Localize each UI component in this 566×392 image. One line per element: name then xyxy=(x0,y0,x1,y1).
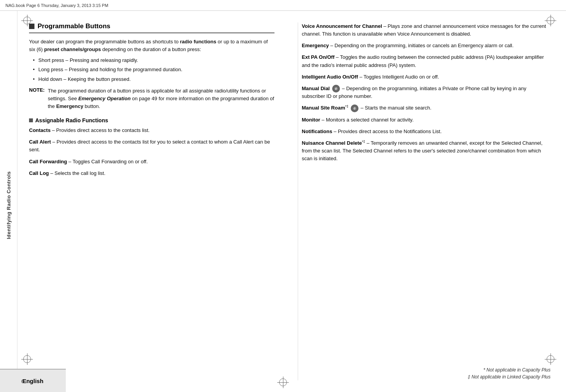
entry-ext-pa: Ext PA On/Off – Toggles the audio routin… xyxy=(302,53,551,69)
bullet-hold-down: Hold down – Keeping the button pressed. xyxy=(33,75,274,83)
top-bar: NAG.book Page 6 Thursday, January 3, 201… xyxy=(0,0,566,11)
sub-heading-assignable: Assignable Radio Functions xyxy=(29,117,274,123)
entry-manual-dial: Manual Dial ✆ – Depending on the program… xyxy=(302,85,551,101)
section-heading-text: Programmable Buttons xyxy=(38,22,110,30)
entry-monitor: Monitor – Monitors a selected channel fo… xyxy=(302,116,551,124)
entry-notifications: Notifications – Provides direct access t… xyxy=(302,128,551,135)
manual-site-roam-icon: ✆ xyxy=(351,104,358,112)
left-column: Programmable Buttons Your dealer can pro… xyxy=(29,22,282,380)
entry-voice-announcement: Voice Announcement for Channel – Plays z… xyxy=(302,22,551,38)
right-column: Voice Announcement for Channel – Plays z… xyxy=(298,22,551,380)
intro-paragraph: Your dealer can program the programmable… xyxy=(29,38,274,53)
sidebar: Identifying Radio Controls xyxy=(0,11,17,392)
entry-call-alert: Call Alert – Provides direct access to t… xyxy=(29,138,274,154)
entry-manual-site-roam: Manual Site Roam*‡ ✆ – Starts the manual… xyxy=(302,104,551,112)
sidebar-vertical-label: Identifying Radio Controls xyxy=(6,19,12,392)
entry-emergency: Emergency – Depending on the programming… xyxy=(302,42,551,50)
entry-call-forwarding: Call Forwarding – Toggles Call Forwardin… xyxy=(29,158,274,166)
heading-icon xyxy=(29,24,34,29)
entry-nuisance-channel-delete: Nuisance Channel Delete*‡ – Temporarily … xyxy=(302,139,551,163)
entry-contacts: Contacts – Provides direct access to the… xyxy=(29,127,274,134)
bullet-list: Short press – Pressing and releasing rap… xyxy=(33,56,274,83)
subheading-icon xyxy=(29,118,33,122)
section-heading: Programmable Buttons xyxy=(29,22,274,33)
note-block: NOTE: The programmed duration of a butto… xyxy=(29,87,274,110)
footer-line1: * Not applicable in Capacity Plus xyxy=(468,366,551,373)
bullet-short-press: Short press – Pressing and releasing rap… xyxy=(33,56,274,64)
bullet-long-press: Long press – Pressing and holding for th… xyxy=(33,66,274,74)
footer-note: * Not applicable in Capacity Plus ‡ Not … xyxy=(468,366,551,380)
manual-dial-icon: ✆ xyxy=(332,85,340,92)
entry-intelligent-audio: Intelligent Audio On/Off – Toggles Intel… xyxy=(302,73,551,81)
main-content: Programmable Buttons Your dealer can pro… xyxy=(17,11,566,392)
phone-icon: ✆ xyxy=(334,86,338,91)
note-label: NOTE: xyxy=(29,87,45,110)
svg-text:✆: ✆ xyxy=(353,107,356,110)
sub-heading-text: Assignable Radio Functions xyxy=(35,117,108,123)
footer-line2: ‡ Not applicable in Linked Capacity Plus xyxy=(468,373,551,380)
svg-text:✆: ✆ xyxy=(335,87,337,90)
roam-icon: ✆ xyxy=(352,106,357,111)
entry-call-log: Call Log – Selects the call log list. xyxy=(29,169,274,177)
top-bar-label: NAG.book Page 6 Thursday, January 3, 201… xyxy=(5,3,108,8)
note-text: The programmed duration of a button pres… xyxy=(48,87,274,110)
